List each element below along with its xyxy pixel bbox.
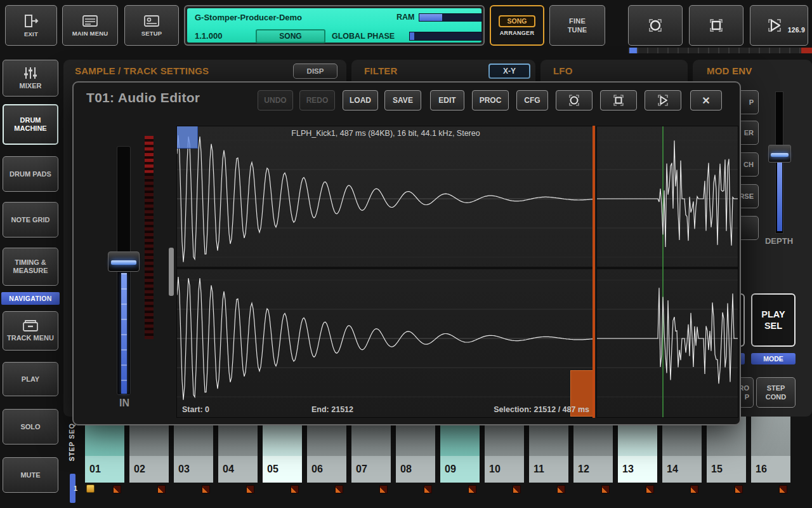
step-cond-button[interactable]: STEP COND — [756, 377, 796, 408]
position-marker-red — [801, 48, 812, 53]
redo-button[interactable]: REDO — [299, 90, 335, 110]
save-button[interactable]: SAVE — [384, 90, 421, 110]
step-sample-icon[interactable] — [113, 485, 121, 493]
depth-slider-fill — [777, 163, 782, 231]
step-sample-icon[interactable] — [690, 485, 698, 493]
step-12[interactable]: 12 — [573, 417, 613, 483]
song-position-bar[interactable] — [628, 48, 812, 53]
step-number: 07 — [351, 456, 391, 483]
stop-icon — [707, 17, 726, 34]
step-15[interactable]: 15 — [707, 417, 746, 483]
step-sample-icon[interactable] — [468, 485, 476, 493]
main-menu-label: MAIN MENU — [72, 30, 108, 37]
step-03[interactable]: 03 — [174, 417, 213, 483]
sidebar-item-solo[interactable]: SOLO — [3, 409, 58, 444]
step-sample-icon[interactable] — [379, 485, 388, 493]
input-gain-fader-handle[interactable] — [108, 251, 140, 272]
song-arranger-button[interactable]: SONG ARRANGER — [490, 5, 544, 46]
step-sample-icon[interactable] — [735, 485, 743, 493]
depth-slider-handle[interactable] — [768, 145, 791, 163]
step-sample-icon[interactable] — [335, 485, 343, 493]
play-sel-button[interactable]: PLAY SEL — [751, 293, 796, 347]
fader-handle-stripe — [111, 260, 136, 265]
step-13[interactable]: 13 — [618, 417, 657, 483]
fine-tune-button[interactable]: FINE TUNE — [549, 5, 605, 46]
step-number: 08 — [396, 456, 435, 483]
sidebar-item-mixer[interactable]: MIXER — [3, 60, 58, 97]
step-sample-icon[interactable] — [291, 485, 299, 493]
step-sample-icon[interactable] — [601, 485, 610, 493]
step-number: 12 — [573, 456, 613, 483]
exit-label: EXIT — [24, 30, 38, 37]
step-07[interactable]: 07 — [351, 417, 391, 483]
waveform-tail-display[interactable] — [596, 126, 738, 418]
song-pill: SONG — [499, 15, 535, 27]
step-16[interactable]: 16 — [751, 417, 790, 483]
step-10[interactable]: 10 — [485, 417, 524, 483]
load-button[interactable]: LOAD — [343, 90, 378, 110]
exit-button[interactable]: EXIT — [5, 5, 57, 46]
filter-header: FILTER — [364, 65, 398, 76]
mod-env-header: MOD ENV — [707, 65, 752, 76]
stop-sample-button[interactable] — [600, 90, 637, 110]
waveform-display[interactable]: FLPH_Kick1, 487 ms (84KB), 16 bit, 44.1 … — [176, 126, 595, 418]
sidebar-item-play[interactable]: PLAY — [3, 362, 58, 396]
xy-button[interactable]: X-Y — [488, 64, 530, 79]
sidebar-item-track-menu[interactable]: TRACK MENU — [3, 311, 58, 351]
step-11[interactable]: 11 — [529, 417, 568, 483]
step-06[interactable]: 06 — [307, 417, 346, 483]
step-sample-icon[interactable] — [646, 485, 654, 493]
main-display: G-Stomper-Producer-Demo 1.1.000 SONG RAM… — [184, 5, 485, 46]
sidebar-item-mute[interactable]: MUTE — [3, 457, 58, 493]
version-label: 1.1.000 — [195, 31, 222, 41]
main-menu-button[interactable]: MAIN MENU — [62, 5, 118, 46]
step-08[interactable]: 08 — [396, 417, 435, 483]
waveform-scrollbar[interactable] — [169, 248, 174, 296]
step-number: 10 — [485, 456, 524, 483]
edit-button[interactable]: EDIT — [430, 90, 464, 110]
record-sample-button[interactable] — [556, 90, 593, 110]
step-number: 14 — [662, 456, 702, 483]
step-number: 09 — [440, 456, 480, 483]
step-sequencer: 01020304050607080910111213141516 — [85, 417, 799, 483]
sidebar-item-timing-measure[interactable]: TIMING & MEASURE — [3, 248, 58, 286]
selection-end-marker[interactable] — [593, 126, 595, 418]
step-number: 01 — [85, 456, 124, 483]
sidebar-item-note-grid[interactable]: NOTE GRID — [3, 202, 58, 237]
start-label: Start: 0 — [182, 405, 209, 414]
step-14[interactable]: 14 — [662, 417, 702, 483]
record-transport-button[interactable] — [628, 5, 683, 46]
step-sample-icon[interactable] — [246, 485, 254, 493]
disp-button[interactable]: DISP — [293, 64, 337, 79]
step-sample-icon[interactable] — [424, 485, 432, 493]
stop-transport-button[interactable] — [689, 5, 743, 46]
step-number: 11 — [529, 456, 568, 483]
step-05[interactable]: 05 — [263, 417, 302, 483]
step-01[interactable]: 01 — [85, 417, 124, 483]
selection-start-handle[interactable] — [177, 126, 198, 149]
step-09[interactable]: 09 — [440, 417, 480, 483]
undo-button[interactable]: UNDO — [258, 90, 293, 110]
global-phase-fill — [410, 32, 414, 40]
play-sample-button[interactable] — [645, 90, 681, 110]
setup-button[interactable]: SETUP — [124, 5, 179, 46]
proc-button[interactable]: PROC — [472, 90, 509, 110]
cfg-button[interactable]: CFG — [516, 90, 548, 110]
step-02[interactable]: 02 — [129, 417, 169, 483]
global-phase-label: GLOBAL PHASE — [332, 32, 395, 41]
close-button[interactable]: ✕ — [690, 90, 722, 110]
sidebar-item-label: MUTE — [20, 471, 40, 479]
step-sample-icon[interactable] — [157, 485, 166, 493]
step-sample-icon[interactable] — [779, 485, 787, 493]
sidebar-item-drum-machine[interactable]: DRUM MACHINE — [3, 104, 58, 145]
sidebar-item-drum-pads[interactable]: DRUM PADS — [3, 156, 58, 192]
song-mode-button[interactable]: SONG — [256, 29, 325, 43]
step-sample-icon[interactable] — [557, 485, 565, 493]
play-transport-button[interactable]: 126.9 — [750, 5, 808, 46]
global-phase-meter — [409, 32, 482, 41]
step-sample-icon[interactable] — [513, 485, 521, 493]
sidebar-item-label: SOLO — [20, 423, 40, 431]
step-sample-icon[interactable] — [202, 485, 210, 493]
step-number: 02 — [129, 456, 169, 483]
step-04[interactable]: 04 — [218, 417, 258, 483]
